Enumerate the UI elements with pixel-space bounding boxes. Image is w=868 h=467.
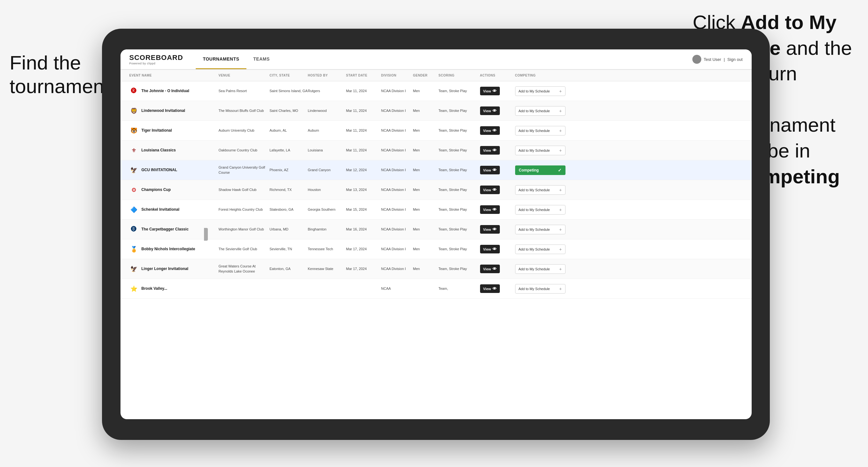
competing-cell: Competing ✓: [515, 165, 572, 175]
view-button[interactable]: View 👁: [480, 205, 500, 214]
add-to-schedule-button[interactable]: Add to My Schedule +: [515, 126, 565, 135]
add-to-schedule-button[interactable]: Add to My Schedule +: [515, 245, 565, 254]
col-gender: GENDER: [413, 74, 439, 77]
division-cell: NCAA Division I: [381, 108, 413, 113]
team-logo: ⚙: [129, 186, 138, 194]
col-actions: ACTIONS: [480, 74, 515, 77]
event-name-cell: ⚙ Champions Cup: [129, 186, 219, 194]
col-city-state: CITY, STATE: [270, 74, 308, 77]
add-to-schedule-button[interactable]: Add to My Schedule +: [515, 146, 565, 155]
eye-icon: 👁: [493, 286, 497, 291]
view-button[interactable]: View 👁: [480, 166, 500, 175]
actions-cell: View 👁: [480, 106, 515, 115]
col-scoring: SCORING: [439, 74, 480, 77]
add-to-schedule-button[interactable]: Add to My Schedule +: [515, 86, 565, 96]
scoring-cell: Team, Stroke Play: [439, 128, 480, 133]
team-logo: ⭐: [129, 284, 138, 293]
nav-tabs: TOURNAMENTS TEAMS: [196, 50, 277, 69]
event-name-text: Tiger Invitational: [142, 128, 172, 133]
add-to-schedule-button[interactable]: Add to My Schedule +: [515, 185, 565, 195]
table-row: ⚜ Louisiana Classics Oakbourne Country C…: [121, 141, 752, 160]
start-date-cell: Mar 11, 2024: [346, 148, 381, 153]
add-schedule-label: Add to My Schedule: [519, 149, 550, 152]
city-cell: Eatonton, GA: [270, 267, 308, 271]
start-date-cell: Mar 17, 2024: [346, 247, 381, 251]
actions-cell: View 👁: [480, 87, 515, 95]
scoring-cell: Team, Stroke Play: [439, 267, 480, 271]
scoring-cell: Team, Stroke Play: [439, 148, 480, 153]
table-row: 🅡 The Johnnie - O Individual Sea Palms R…: [121, 81, 752, 101]
plus-icon: +: [559, 267, 562, 272]
view-button[interactable]: View 👁: [480, 126, 500, 135]
actions-cell: View 👁: [480, 126, 515, 135]
table-header: EVENT NAME VENUE CITY, STATE HOSTED BY S…: [121, 70, 752, 81]
competing-cell: Add to My Schedule +: [515, 185, 572, 195]
view-button[interactable]: View 👁: [480, 186, 500, 194]
actions-cell: View 👁: [480, 284, 515, 293]
table-row: 🐯 Tiger Invitational Auburn University C…: [121, 121, 752, 141]
plus-icon: +: [559, 207, 562, 212]
division-cell: NCAA Division I: [381, 148, 413, 153]
tab-teams[interactable]: TEAMS: [246, 50, 277, 69]
view-label: View: [483, 89, 491, 93]
division-cell: NCAA Division I: [381, 89, 413, 93]
event-name-text: Bobby Nichols Intercollegiate: [142, 247, 195, 252]
division-cell: NCAA Division I: [381, 247, 413, 251]
division-cell: NCAA: [381, 286, 413, 291]
event-name-text: Linger Longer Invitational: [142, 267, 188, 272]
competing-button[interactable]: Competing ✓: [515, 165, 565, 175]
event-name-text: Champions Cup: [142, 187, 171, 192]
division-cell: NCAA Division I: [381, 207, 413, 212]
scoring-cell: Team, Stroke Play: [439, 168, 480, 173]
view-label: View: [483, 109, 491, 113]
view-button[interactable]: View 👁: [480, 284, 500, 293]
add-to-schedule-button[interactable]: Add to My Schedule +: [515, 284, 565, 293]
view-label: View: [483, 208, 491, 212]
col-venue: VENUE: [219, 74, 270, 77]
venue-cell: Shadow Hawk Golf Club: [219, 187, 270, 192]
scoring-cell: Team,: [439, 286, 480, 291]
venue-cell: Sea Palms Resort: [219, 89, 270, 93]
division-cell: NCAA Division I: [381, 128, 413, 133]
scoring-cell: Team, Stroke Play: [439, 89, 480, 93]
eye-icon: 👁: [493, 207, 497, 212]
add-to-schedule-button[interactable]: Add to My Schedule +: [515, 264, 565, 274]
tab-tournaments[interactable]: TOURNAMENTS: [196, 50, 246, 69]
team-logo: 🦅: [129, 166, 138, 175]
view-button[interactable]: View 👁: [480, 146, 500, 155]
competing-cell: Add to My Schedule +: [515, 225, 572, 234]
event-name-text: Lindenwood Invitational: [142, 108, 185, 114]
table-row: 🦁 Lindenwood Invitational The Missouri B…: [121, 101, 752, 121]
add-to-schedule-button[interactable]: Add to My Schedule +: [515, 205, 565, 215]
eye-icon: 👁: [493, 267, 497, 271]
venue-cell: Auburn University Club: [219, 128, 270, 133]
sign-out-link[interactable]: Sign out: [727, 57, 743, 62]
view-button[interactable]: View 👁: [480, 106, 500, 115]
gender-cell: Men: [413, 89, 439, 93]
competing-cell: Add to My Schedule +: [515, 245, 572, 254]
view-button[interactable]: View 👁: [480, 264, 500, 273]
competing-cell: Add to My Schedule +: [515, 264, 572, 274]
view-button[interactable]: View 👁: [480, 87, 500, 95]
actions-cell: View 👁: [480, 264, 515, 273]
add-to-schedule-button[interactable]: Add to My Schedule +: [515, 225, 565, 234]
eye-icon: 👁: [493, 108, 497, 113]
add-to-schedule-button[interactable]: Add to My Schedule +: [515, 106, 565, 116]
hosted-by-cell: Louisiana: [308, 148, 346, 153]
eye-icon: 👁: [493, 148, 497, 153]
actions-cell: View 👁: [480, 166, 515, 175]
eye-icon: 👁: [493, 227, 497, 232]
actions-cell: View 👁: [480, 245, 515, 253]
gender-cell: Men: [413, 247, 439, 251]
competing-cell: Add to My Schedule +: [515, 86, 572, 96]
competing-cell: Add to My Schedule +: [515, 106, 572, 116]
add-schedule-label: Add to My Schedule: [519, 247, 550, 251]
actions-cell: View 👁: [480, 225, 515, 234]
view-button[interactable]: View 👁: [480, 245, 500, 253]
view-label: View: [483, 168, 491, 172]
city-cell: Phoenix, AZ: [270, 168, 308, 173]
table-row: 🔷 Schenkel Invitational Forest Heights C…: [121, 200, 752, 220]
start-date-cell: Mar 17, 2024: [346, 267, 381, 271]
view-button[interactable]: View 👁: [480, 225, 500, 234]
app-header: SCOREBOARD Powered by clippd TOURNAMENTS…: [121, 50, 752, 70]
